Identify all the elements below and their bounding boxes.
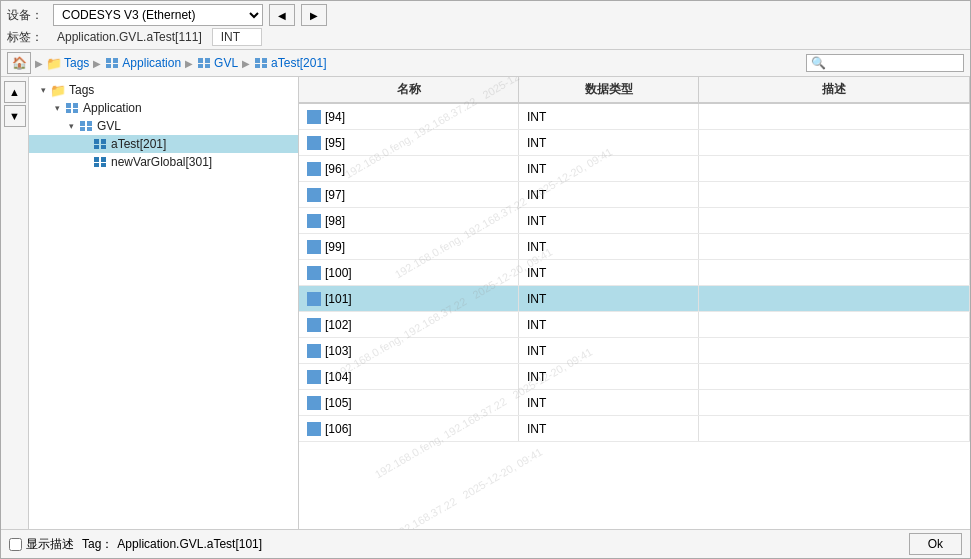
cell-type: INT bbox=[519, 338, 699, 363]
table-row[interactable]: [101]INT bbox=[299, 286, 970, 312]
row-name-text: [95] bbox=[325, 136, 345, 150]
cell-name: [106] bbox=[299, 416, 519, 441]
svg-rect-7 bbox=[205, 64, 210, 68]
table-panel: 192.168.0.feng, 192.168.37.22 2025-12-20… bbox=[299, 77, 970, 529]
device-label: 设备： bbox=[7, 7, 47, 24]
nav-forward-button[interactable]: ▶ bbox=[301, 4, 327, 26]
device-row: 设备： CODESYS V3 (Ethernet) ◀ ▶ bbox=[7, 4, 964, 26]
row-name-text: [105] bbox=[325, 396, 352, 410]
search-box[interactable]: 🔍 bbox=[806, 54, 964, 72]
breadcrumb-item-gvl[interactable]: GVL bbox=[197, 56, 238, 70]
table-row[interactable]: [102]INT bbox=[299, 312, 970, 338]
breadcrumb-sep-0: ▶ bbox=[35, 58, 43, 69]
row-name-text: [104] bbox=[325, 370, 352, 384]
ok-button[interactable]: Ok bbox=[909, 533, 962, 555]
svg-rect-24 bbox=[94, 157, 99, 162]
tag-status-row: Tag： Application.GVL.aTest[101] bbox=[82, 536, 901, 553]
table-row[interactable]: [94]INT bbox=[299, 104, 970, 130]
cell-desc bbox=[699, 130, 970, 155]
cell-desc bbox=[699, 104, 970, 129]
table-row[interactable]: [96]INT bbox=[299, 156, 970, 182]
row-icon bbox=[307, 266, 321, 280]
table-row[interactable]: [104]INT bbox=[299, 364, 970, 390]
table-row[interactable]: [105]INT bbox=[299, 390, 970, 416]
cell-name: [102] bbox=[299, 312, 519, 337]
table-row[interactable]: [106]INT bbox=[299, 416, 970, 442]
cell-desc bbox=[699, 364, 970, 389]
row-icon bbox=[307, 422, 321, 436]
tree-item-gvl[interactable]: ▾ GVL bbox=[29, 117, 298, 135]
expand-gvl-icon: ▾ bbox=[65, 120, 77, 132]
tree-item-atest[interactable]: aTest[201] bbox=[29, 135, 298, 153]
cell-name: [103] bbox=[299, 338, 519, 363]
table-row[interactable]: [100]INT bbox=[299, 260, 970, 286]
show-desc-row[interactable]: 显示描述 bbox=[9, 536, 74, 553]
tag-path: Application.GVL.aTest[111] bbox=[53, 29, 206, 45]
gvl-tree-icon bbox=[78, 119, 94, 133]
cell-desc bbox=[699, 260, 970, 285]
sidebar-buttons: ▲ ▼ bbox=[1, 77, 29, 529]
svg-rect-1 bbox=[113, 58, 118, 63]
cell-name: [105] bbox=[299, 390, 519, 415]
svg-rect-8 bbox=[255, 58, 260, 63]
svg-rect-20 bbox=[94, 139, 99, 144]
cell-type: INT bbox=[519, 390, 699, 415]
content-area: ▲ ▼ ▾ 📁 Tags ▾ Application ▾ bbox=[1, 77, 970, 529]
row-icon bbox=[307, 162, 321, 176]
svg-rect-27 bbox=[101, 163, 106, 167]
sidebar-down-button[interactable]: ▼ bbox=[4, 105, 26, 127]
table-row[interactable]: [98]INT bbox=[299, 208, 970, 234]
table-row[interactable]: [103]INT bbox=[299, 338, 970, 364]
breadcrumb-sep-2: ▶ bbox=[185, 58, 193, 69]
svg-rect-2 bbox=[106, 64, 111, 68]
folder-tags-icon: 📁 bbox=[50, 83, 66, 97]
tree-item-newvar[interactable]: newVarGlobal[301] bbox=[29, 153, 298, 171]
tree-item-application[interactable]: ▾ Application bbox=[29, 99, 298, 117]
home-button[interactable]: 🏠 bbox=[7, 52, 31, 74]
row-name-text: [101] bbox=[325, 292, 352, 306]
row-name-text: [106] bbox=[325, 422, 352, 436]
atest-tree-icon bbox=[92, 137, 108, 151]
row-icon bbox=[307, 396, 321, 410]
header-type: 数据类型 bbox=[519, 77, 699, 102]
cell-type: INT bbox=[519, 286, 699, 311]
row-icon bbox=[307, 214, 321, 228]
breadcrumb-item-application[interactable]: Application bbox=[105, 56, 181, 70]
breadcrumb-sep-1: ▶ bbox=[93, 58, 101, 69]
newvar-tree-icon bbox=[92, 155, 108, 169]
table-body[interactable]: [94]INT[95]INT[96]INT[97]INT[98]INT[99]I… bbox=[299, 104, 970, 529]
top-bar: 设备： CODESYS V3 (Ethernet) ◀ ▶ 标签： Applic… bbox=[1, 1, 970, 50]
table-row[interactable]: [95]INT bbox=[299, 130, 970, 156]
row-icon bbox=[307, 318, 321, 332]
show-desc-checkbox[interactable] bbox=[9, 538, 22, 551]
device-select[interactable]: CODESYS V3 (Ethernet) bbox=[53, 4, 263, 26]
tree-panel[interactable]: ▾ 📁 Tags ▾ Application ▾ GVL bbox=[29, 77, 299, 529]
cell-type: INT bbox=[519, 130, 699, 155]
cell-name: [94] bbox=[299, 104, 519, 129]
svg-rect-3 bbox=[113, 64, 118, 68]
cell-name: [98] bbox=[299, 208, 519, 233]
tag-status-value: Application.GVL.aTest[101] bbox=[117, 537, 262, 551]
row-icon bbox=[307, 110, 321, 124]
row-icon bbox=[307, 344, 321, 358]
sidebar-up-button[interactable]: ▲ bbox=[4, 81, 26, 103]
svg-rect-14 bbox=[66, 109, 71, 113]
breadcrumb-item-tags[interactable]: 📁 Tags bbox=[47, 56, 89, 70]
svg-rect-13 bbox=[73, 103, 78, 108]
svg-rect-9 bbox=[262, 58, 267, 63]
cell-desc bbox=[699, 234, 970, 259]
row-icon bbox=[307, 292, 321, 306]
search-icon: 🔍 bbox=[811, 56, 826, 70]
row-icon bbox=[307, 370, 321, 384]
breadcrumb: ▶ 📁 Tags ▶ Application ▶ GVL ▶ bbox=[35, 56, 802, 70]
breadcrumb-item-atest[interactable]: aTest[201] bbox=[254, 56, 326, 70]
tag-row: 标签： Application.GVL.aTest[111] INT bbox=[7, 28, 964, 46]
svg-rect-10 bbox=[255, 64, 260, 68]
table-row[interactable]: [97]INT bbox=[299, 182, 970, 208]
tree-item-tags[interactable]: ▾ 📁 Tags bbox=[29, 81, 298, 99]
app-tree-icon bbox=[64, 101, 80, 115]
nav-back-button[interactable]: ◀ bbox=[269, 4, 295, 26]
search-input[interactable] bbox=[829, 56, 959, 70]
table-row[interactable]: [99]INT bbox=[299, 234, 970, 260]
svg-rect-22 bbox=[94, 145, 99, 149]
